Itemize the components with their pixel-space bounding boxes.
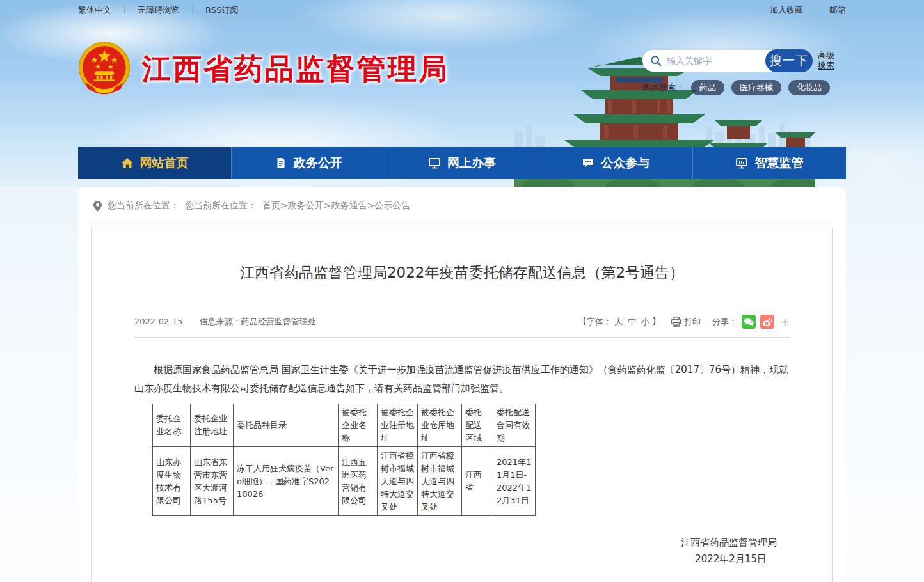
col-header: 委托企业名称 <box>153 404 191 447</box>
home-icon <box>121 157 134 169</box>
cell-entrusted-address: 江西省樟树市福城大道与四特大道交叉处 <box>378 447 418 516</box>
weibo-icon <box>762 317 772 327</box>
publish-date: 2022-02-15 <box>134 317 183 326</box>
link-rss[interactable]: RSS订阅 <box>205 5 239 15</box>
cell-delivery-region: 江西省 <box>462 447 493 516</box>
col-header: 委托配送合同有效期 <box>493 404 536 447</box>
print-button[interactable]: 打印 <box>671 316 701 327</box>
location-pin-icon <box>93 201 102 212</box>
cell-entrusting-company: 山东亦度生物技术有限公司 <box>153 447 191 516</box>
cell-warehouse-address: 江西省樟树市福城大道与四特大道交叉处 <box>418 447 462 516</box>
breadcrumb-label: 您当前所在位置： <box>108 200 179 212</box>
font-widget-close: 】 <box>652 316 660 327</box>
national-emblem-icon <box>78 41 131 97</box>
font-size-small[interactable]: 小 <box>641 316 649 327</box>
nav-item-gov-info[interactable]: 政务公开 <box>231 147 385 179</box>
nav-item-online-services[interactable]: 网上办事 <box>385 147 538 179</box>
main-nav: 网站首页 政务公开 网上办事 公众参与 智慧监管 <box>78 147 846 179</box>
chat-bubble-icon <box>582 157 594 169</box>
article-box: 江西省药品监督管理局2022年疫苗委托储存配送信息（第2号通告） 2022-02… <box>91 228 833 582</box>
vaccine-delegation-table: 委托企业名称 委托企业注册地址 委托品种目录 被委托企业名称 被委托企业注册地址… <box>152 404 536 516</box>
col-header: 被委托企业注册地址 <box>378 404 418 447</box>
hot-search-row: 热词搜索： 药品 医疗器械 化妆品 <box>642 80 846 95</box>
site-title: 江西省药品监督管理局 <box>142 50 449 88</box>
divider <box>192 6 193 13</box>
top-utility-bar: 繁体中文无障碍浏览RSS订阅 加入收藏邮箱 <box>0 0 924 20</box>
breadcrumb: 您当前所在位置：您当前所在位置：首页>政务公开>政务通告>公示公告 <box>91 198 833 221</box>
wechat-icon <box>744 317 754 326</box>
breadcrumb-label-repeat: 您当前所在位置： <box>185 200 257 212</box>
font-widget-open: 【字体： <box>578 316 612 327</box>
search-input[interactable] <box>667 56 744 66</box>
cell-entrusting-address: 山东省东营市东营区大渡河路155号 <box>191 447 234 516</box>
link-add-favorite[interactable]: 加入收藏 <box>770 5 803 15</box>
table-header-row: 委托企业名称 委托企业注册地址 委托品种目录 被委托企业名称 被委托企业注册地址… <box>153 404 536 447</box>
topbar-right-links: 加入收藏邮箱 <box>770 4 846 16</box>
topbar-left-links: 繁体中文无障碍浏览RSS订阅 <box>78 4 239 16</box>
hot-word-medical-device[interactable]: 医疗器械 <box>731 80 781 95</box>
cell-product-catalog: 冻干人用狂犬病疫苗（Vero细胞），国药准字S20210026 <box>234 447 339 516</box>
divider <box>124 6 125 13</box>
col-header: 被委托企业名称 <box>339 404 378 447</box>
signature-date: 2022年2月15日 <box>134 551 777 567</box>
site-logo-link[interactable]: 江西省药品监督管理局 <box>78 38 449 100</box>
link-accessibility[interactable]: 无障碍浏览 <box>138 5 179 15</box>
search-button[interactable]: 搜一下 <box>765 49 813 72</box>
cell-entrusted-company: 江西五洲医药营销有限公司 <box>339 447 378 516</box>
nav-item-home[interactable]: 网站首页 <box>78 147 231 179</box>
col-header: 委托配送区域 <box>462 404 493 447</box>
font-size-medium[interactable]: 中 <box>628 316 636 327</box>
font-size-large[interactable]: 大 <box>614 316 623 327</box>
printer-icon <box>671 317 681 327</box>
signature-block: 江西省药品监督管理局 2022年2月15日 <box>134 534 790 567</box>
share-more-button[interactable]: + <box>780 316 790 327</box>
col-header: 委托企业注册地址 <box>191 404 234 447</box>
table-row: 山东亦度生物技术有限公司 山东省东营市东营区大渡河路155号 冻干人用狂犬病疫苗… <box>153 447 536 516</box>
advanced-search-link[interactable]: 高级 搜索 <box>818 51 834 71</box>
document-icon <box>275 157 287 169</box>
col-header: 委托品种目录 <box>234 404 339 447</box>
link-traditional-chinese[interactable]: 繁体中文 <box>78 5 111 15</box>
monitor-icon <box>428 157 441 169</box>
divider <box>816 6 816 13</box>
article-meta-left: 2022-02-15 信息来源：药品经营监督管理处 <box>134 316 330 327</box>
article-meta-right: 【字体： 大 中 小 】 打印 分享： + <box>578 315 790 329</box>
masthead: 江西省药品监督管理局 搜一下 高级 搜索 热词搜索： 药品 医疗器械 化妆品 <box>78 20 846 147</box>
col-header: 被委托企业仓库地址 <box>418 404 462 447</box>
search-icon <box>650 55 662 67</box>
cell-contract-validity: 2021年11月1日-2022年12月31日 <box>493 447 536 516</box>
hot-word-drug[interactable]: 药品 <box>691 80 724 95</box>
article-title: 江西省药品监督管理局2022年疫苗委托储存配送信息（第2号通告） <box>134 263 790 283</box>
smart-screen-icon <box>735 157 748 169</box>
article-body: 根据原国家食品药品监管总局 国家卫生计生委《关于进一步加强疫苗流通监管促进疫苗供… <box>134 361 790 398</box>
article-meta-bar: 2022-02-15 信息来源：药品经营监督管理处 【字体： 大 中 小 】 打… <box>134 315 790 338</box>
hot-word-cosmetics[interactable]: 化妆品 <box>788 80 830 95</box>
content-card: 您当前所在位置：您当前所在位置：首页>政务公开>政务通告>公示公告 江西省药品监… <box>78 187 846 582</box>
link-mailbox[interactable]: 邮箱 <box>829 5 846 15</box>
search-area: 搜一下 高级 搜索 热词搜索： 药品 医疗器械 化妆品 <box>642 50 846 147</box>
nav-item-public-participation[interactable]: 公众参与 <box>539 147 692 179</box>
share-label: 分享： <box>712 316 737 327</box>
hot-search-label: 热词搜索： <box>642 82 684 93</box>
share-weibo-button[interactable] <box>760 315 774 329</box>
nav-item-smart-supervision[interactable]: 智慧监管 <box>692 147 846 179</box>
info-source: 信息来源：药品经营监督管理处 <box>200 317 316 326</box>
signature-org: 江西省药品监督管理局 <box>134 534 777 551</box>
share-wechat-button[interactable] <box>742 315 756 329</box>
breadcrumb-path[interactable]: 首页>政务公开>政务通告>公示公告 <box>262 200 410 212</box>
